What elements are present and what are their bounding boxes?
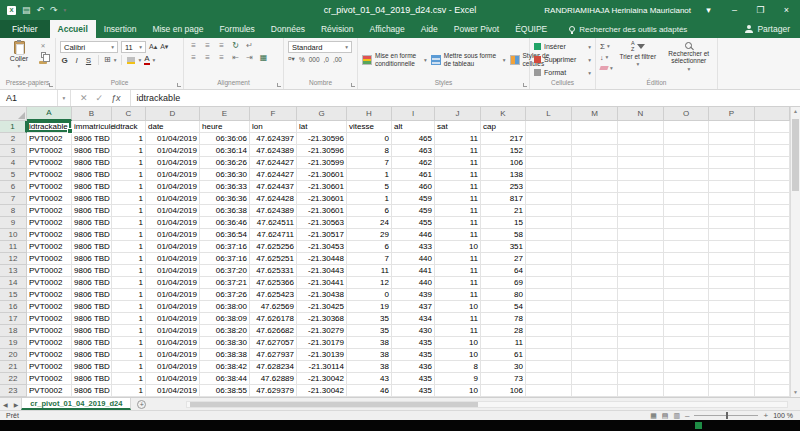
number-format-select[interactable]: Standard▾	[288, 41, 352, 53]
cell[interactable]: PVT0002	[27, 217, 72, 229]
cell[interactable]: 01/04/2019	[146, 325, 200, 337]
cell[interactable]: 11	[435, 181, 481, 193]
cell[interactable]: 06:37:21	[200, 277, 250, 289]
cell[interactable]: 439	[392, 289, 435, 301]
align-top-icon[interactable]: ≡	[188, 41, 199, 51]
cell[interactable]: PVT0002	[27, 181, 72, 193]
cell[interactable]	[526, 241, 572, 253]
cell[interactable]	[618, 169, 664, 181]
cell[interactable]	[572, 133, 618, 145]
cell[interactable]: 9806 TBD	[72, 193, 112, 205]
column-header-H[interactable]: H	[347, 107, 392, 121]
cell[interactable]: PVT0002	[27, 157, 72, 169]
italic-button[interactable]: I	[72, 56, 81, 65]
cell[interactable]: immatricule	[72, 121, 112, 133]
cell[interactable]: 47.625331	[250, 265, 297, 277]
cell[interactable]: 9806 TBD	[72, 205, 112, 217]
cancel-entry-icon[interactable]: ✕	[80, 93, 88, 103]
row-header-11[interactable]: 11	[0, 241, 27, 253]
cell[interactable]	[526, 121, 572, 133]
cell[interactable]	[709, 217, 755, 229]
cell[interactable]: 9806 TBD	[72, 157, 112, 169]
cell[interactable]: 10	[435, 349, 481, 361]
underline-button[interactable]: S	[84, 56, 93, 65]
close-icon[interactable]: ×	[778, 5, 795, 15]
cell[interactable]: 1	[112, 349, 146, 361]
cell[interactable]: 9806 TBD	[72, 217, 112, 229]
cell[interactable]: -21.30599	[297, 157, 347, 169]
cell[interactable]: idtrack	[112, 121, 146, 133]
cell[interactable]	[526, 361, 572, 373]
cell[interactable]: date	[146, 121, 200, 133]
share-button[interactable]: Partager	[745, 20, 800, 38]
row-header-16[interactable]: 16	[0, 301, 27, 313]
cell[interactable]: 1	[112, 205, 146, 217]
tab-aide[interactable]: Aide	[413, 20, 446, 38]
cell[interactable]: 9806 TBD	[72, 253, 112, 265]
cell[interactable]: 217	[481, 133, 526, 145]
cell[interactable]: 47.624437	[250, 181, 297, 193]
orientation-icon[interactable]: ↻	[230, 41, 241, 51]
dialog-launcher-icon[interactable]	[177, 83, 181, 87]
cell[interactable]: 47.624428	[250, 193, 297, 205]
cell[interactable]: -21.30042	[297, 373, 347, 385]
cell[interactable]: 01/04/2019	[146, 133, 200, 145]
cell[interactable]: 460	[392, 181, 435, 193]
cell[interactable]: 06:38:44	[200, 373, 250, 385]
cell[interactable]: PVT0002	[27, 241, 72, 253]
cell[interactable]: 462	[392, 157, 435, 169]
cell[interactable]	[618, 277, 664, 289]
cut-icon[interactable]: ✕	[40, 43, 45, 49]
cell[interactable]	[709, 349, 755, 361]
cell[interactable]	[664, 205, 709, 217]
cell[interactable]: 06:36:14	[200, 145, 250, 157]
cell[interactable]: 15	[481, 217, 526, 229]
cell[interactable]: 46	[347, 385, 392, 397]
font-size-select[interactable]: 11▾	[121, 41, 146, 53]
cell[interactable]	[526, 157, 572, 169]
cell[interactable]: 11	[435, 325, 481, 337]
cell[interactable]	[709, 157, 755, 169]
cell[interactable]: 06:38:09	[200, 313, 250, 325]
cell[interactable]: lat	[297, 121, 347, 133]
cell[interactable]: 06:38:20	[200, 325, 250, 337]
cell[interactable]	[572, 301, 618, 313]
bold-button[interactable]: G	[60, 56, 69, 65]
column-header-E[interactable]: E	[200, 107, 250, 121]
cell[interactable]	[572, 325, 618, 337]
horizontal-scroll-thumb[interactable]	[190, 402, 478, 407]
column-header-P[interactable]: P	[709, 107, 755, 121]
cell[interactable]: PVT0002	[27, 313, 72, 325]
wrap-text-icon[interactable]: ↵	[244, 41, 255, 51]
cell[interactable]: 465	[392, 133, 435, 145]
cell[interactable]: 461	[392, 169, 435, 181]
cell[interactable]: 9806 TBD	[72, 289, 112, 301]
cell[interactable]	[755, 361, 790, 373]
cell[interactable]	[755, 157, 790, 169]
cell[interactable]: -21.30441	[297, 277, 347, 289]
fill-color-icon[interactable]	[127, 57, 135, 64]
cell[interactable]	[755, 169, 790, 181]
cell[interactable]: 11	[435, 193, 481, 205]
cell[interactable]	[526, 205, 572, 217]
cell[interactable]: 459	[392, 205, 435, 217]
cell[interactable]	[526, 145, 572, 157]
cell[interactable]: 7	[347, 253, 392, 265]
row-header-6[interactable]: 6	[0, 181, 27, 193]
cell[interactable]: 9806 TBD	[72, 169, 112, 181]
cell[interactable]: 47.625423	[250, 289, 297, 301]
cell[interactable]	[618, 193, 664, 205]
cell[interactable]	[755, 349, 790, 361]
cell[interactable]: 01/04/2019	[146, 241, 200, 253]
sheet-tab-active[interactable]: cr_pivot_01_04_2019_d24	[21, 398, 131, 410]
cell[interactable]	[755, 133, 790, 145]
row-header-4[interactable]: 4	[0, 157, 27, 169]
increase-indent-icon[interactable]: ⇥	[244, 53, 255, 63]
cell[interactable]: 435	[392, 349, 435, 361]
cell[interactable]: 9806 TBD	[72, 313, 112, 325]
cell[interactable]: 06:36:38	[200, 205, 250, 217]
cell[interactable]	[755, 217, 790, 229]
cell[interactable]: 80	[481, 289, 526, 301]
row-header-23[interactable]: 23	[0, 385, 27, 397]
cell[interactable]: 01/04/2019	[146, 253, 200, 265]
